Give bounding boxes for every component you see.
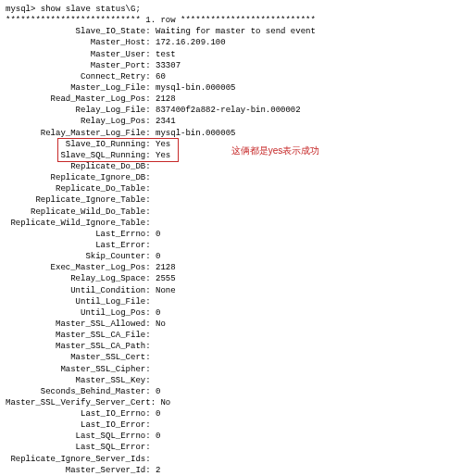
status-value: 837400f2a882-relay-bin.000002 [156, 106, 301, 115]
status-value: None [156, 286, 176, 295]
status-value: 33307 [156, 61, 181, 70]
status-value: 2341 [156, 117, 176, 126]
status-line: Read_Master_Log_Pos: 2128 [6, 94, 468, 105]
status-label: Relay_Log_Pos: [6, 117, 156, 126]
status-value: Yes [156, 140, 170, 149]
status-line: Master_Log_File: mysql-bin.000005 [6, 82, 468, 94]
status-label: Master_SSL_Key: [6, 376, 156, 385]
status-label: Skip_Counter: [6, 252, 156, 261]
status-label: Relay_Log_Space: [6, 274, 156, 283]
status-label: Replicate_Ignore_DB: [6, 173, 156, 182]
status-line: Master_SSL_Cert: [6, 352, 468, 363]
status-value: 0 [156, 230, 160, 239]
status-line: Replicate_Wild_Ignore_Table: [6, 218, 468, 229]
status-line: Replicate_Do_DB: [6, 161, 468, 172]
status-label: Master_SSL_Allowed: [6, 319, 156, 329]
status-line: Master_SSL_CA_File: [6, 330, 468, 341]
status-value: 0 [156, 409, 160, 419]
terminal-output: mysql> show slave status\G; ************… [6, 4, 468, 476]
status-label: Last_IO_Errno: [6, 409, 156, 419]
status-label: Replicate_Ignore_Server_Ids: [6, 455, 156, 464]
annotation-text: 这俩都是yes表示成功 [231, 144, 320, 157]
status-label: Replicate_Wild_Ignore_Table: [6, 219, 156, 228]
status-value: 0 [156, 387, 160, 396]
status-label: Slave_SQL_Running: [6, 151, 156, 160]
status-line: Until_Condition: None [6, 285, 468, 296]
status-line: Until_Log_Pos: 0 [6, 307, 468, 319]
status-label: Master_User: [6, 50, 156, 59]
status-line: Seconds_Behind_Master: 0 [6, 386, 468, 397]
status-label: Replicate_Ignore_Table: [6, 195, 156, 205]
status-line: Replicate_Do_Table: [6, 183, 468, 194]
status-value: No [156, 319, 166, 329]
status-label: Relay_Log_File: [6, 106, 156, 115]
status-line: Master_SSL_CA_Path: [6, 341, 468, 352]
status-fields: Slave_IO_State: Waiting for master to se… [6, 26, 468, 476]
status-line: Until_Log_File: [6, 296, 468, 307]
status-label: Last_Error: [6, 241, 156, 250]
status-value: Waiting for master to send event [156, 27, 316, 36]
status-value: 0 [156, 432, 160, 441]
status-label: Master_SSL_CA_File: [6, 331, 156, 340]
status-value: 2128 [156, 94, 176, 104]
row-separator: *************************** 1. row *****… [6, 15, 468, 26]
status-label: Master_SSL_Cipher: [6, 365, 156, 374]
status-label: Master_SSL_CA_Path: [6, 342, 156, 351]
status-label: Last_SQL_Error: [6, 443, 156, 452]
status-line: Skip_Counter: 0 [6, 251, 468, 262]
status-label: Master_SSL_Cert: [6, 353, 156, 362]
status-label: Relay_Master_Log_File: [6, 129, 156, 138]
status-value: No [160, 398, 170, 407]
status-line: Replicate_Ignore_Table: [6, 194, 468, 206]
status-value: mysql-bin.000005 [156, 129, 235, 138]
status-line: Relay_Log_Pos: 2341 [6, 116, 468, 127]
status-label: Until_Log_File: [6, 297, 156, 307]
status-line: Replicate_Ignore_DB: [6, 172, 468, 183]
status-value: Yes [156, 151, 170, 160]
status-line: Connect_Retry: 60 [6, 71, 468, 82]
status-label: Slave_IO_Running: [6, 140, 156, 149]
status-label: Exec_Master_Log_Pos: [6, 263, 156, 272]
status-value: 2128 [156, 263, 176, 272]
status-line: Master_SSL_Key: [6, 375, 468, 386]
status-label: Master_Server_Id: [6, 466, 156, 475]
status-line: Relay_Master_Log_File: mysql-bin.000005 [6, 128, 468, 139]
status-label: Until_Log_Pos: [6, 308, 156, 318]
status-label: Replicate_Wild_Do_Table: [6, 207, 156, 217]
status-value: 60 [156, 72, 166, 81]
status-label: Replicate_Do_DB: [6, 162, 156, 171]
status-label: Connect_Retry: [6, 72, 156, 81]
status-line: Master_SSL_Cipher: [6, 364, 468, 375]
status-line: Slave_IO_State: Waiting for master to se… [6, 26, 468, 37]
mysql-prompt: mysql> show slave status\G; [6, 4, 468, 15]
status-label: Replicate_Do_Table: [6, 184, 156, 194]
status-label: Last_IO_Error: [6, 420, 156, 430]
status-line: Master_Host: 172.16.209.100 [6, 37, 468, 48]
status-line: Last_IO_Error: [6, 420, 468, 431]
status-line: Relay_Log_Space: 2555 [6, 273, 468, 284]
status-value: 0 [156, 308, 160, 318]
status-value: 0 [156, 252, 160, 261]
status-label: Seconds_Behind_Master: [6, 387, 156, 396]
status-value: 2555 [156, 274, 176, 283]
status-label: Last_Errno: [6, 230, 156, 239]
status-line: Last_SQL_Errno: 0 [6, 431, 468, 442]
status-line: Master_Server_Id: 2 [6, 465, 468, 476]
status-line: Last_Errno: 0 [6, 229, 468, 240]
status-label: Read_Master_Log_Pos: [6, 94, 156, 104]
status-value: 172.16.209.100 [156, 38, 226, 47]
status-label: Master_Log_File: [6, 83, 156, 93]
status-value: test [156, 50, 176, 59]
status-label: Until_Condition: [6, 286, 156, 295]
status-line: Master_User: test [6, 49, 468, 60]
status-label: Master_Port: [6, 61, 156, 70]
status-line: Last_Error: [6, 240, 468, 251]
status-label: Master_Host: [6, 38, 156, 47]
status-line: Exec_Master_Log_Pos: 2128 [6, 262, 468, 273]
status-label: Last_SQL_Errno: [6, 432, 156, 441]
status-line: Last_SQL_Error: [6, 442, 468, 453]
status-line: Master_SSL_Allowed: No [6, 319, 468, 330]
status-line: Master_Port: 33307 [6, 60, 468, 71]
status-line: Last_IO_Errno: 0 [6, 408, 468, 420]
status-line: Replicate_Wild_Do_Table: [6, 207, 468, 218]
